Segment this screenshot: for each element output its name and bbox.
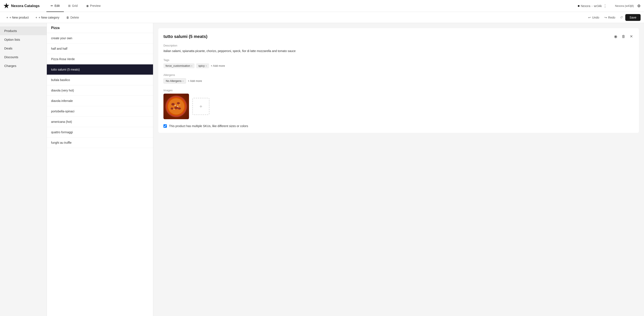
- new-category-button[interactable]: + + New category: [32, 15, 62, 21]
- svg-point-7: [178, 107, 181, 110]
- sidebar: Products Option lists Deals Discounts Ch…: [0, 23, 47, 316]
- list-item[interactable]: funghi au truffle: [47, 137, 153, 148]
- list-item[interactable]: americana (hot): [47, 117, 153, 127]
- workspace-name: Nexora: [581, 4, 590, 8]
- settings-icon[interactable]: ⚙: [637, 4, 640, 8]
- eye-icon: ◉: [614, 34, 618, 39]
- svg-point-6: [171, 107, 173, 110]
- view-button[interactable]: ◉: [613, 33, 618, 40]
- brand: Nexora Catalogs: [4, 3, 40, 9]
- top-nav: Nexora Catalogs ✏ Edit ⊞ Grid ◉ Preview …: [0, 0, 644, 12]
- tags-label: Tags: [164, 58, 634, 62]
- tags-row: force_customisation × spicy × + Add more: [164, 63, 634, 68]
- sidebar-item-products[interactable]: Products: [0, 27, 46, 35]
- product-list: Pizza create your own half and half Pizz…: [47, 23, 153, 316]
- workspace-separator: -: [592, 4, 593, 8]
- add-allergen-button[interactable]: + Add more: [188, 79, 202, 83]
- undo-button[interactable]: ↩ Undo: [586, 15, 601, 21]
- main-layout: Products Option lists Deals Discounts Ch…: [0, 23, 644, 316]
- workspace-info: Nexora - wr34k: [578, 4, 602, 8]
- delete-button[interactable]: 🗑 Delete: [63, 15, 82, 21]
- sidebar-item-charges[interactable]: Charges: [0, 61, 46, 70]
- toolbar: + + New product + + New category 🗑 Delet…: [0, 12, 644, 23]
- sidebar-item-deals[interactable]: Deals: [0, 44, 46, 53]
- svg-point-8: [174, 105, 176, 106]
- images-row: +: [164, 94, 634, 119]
- grid-icon: ⊞: [68, 4, 71, 8]
- detail-title: tutto salumi (5 meats): [164, 34, 613, 39]
- detail-card: tutto salumi (5 meats) ◉ 🗑 ✕ Description: [158, 28, 639, 133]
- list-item[interactable]: quattro formaggi: [47, 127, 153, 137]
- allergen-remove-button[interactable]: ×: [182, 80, 184, 82]
- plus-icon: +: [36, 16, 37, 19]
- undo-icon: ↩: [588, 16, 591, 19]
- description-section: Description italian salami, spianatta pi…: [164, 44, 634, 53]
- svg-point-9: [177, 106, 178, 107]
- tag-item: spicy ×: [196, 63, 209, 68]
- sku-label[interactable]: This product has multiple SKUs, like dif…: [169, 124, 248, 128]
- refresh-button[interactable]: ↺: [618, 14, 624, 21]
- workspace-status-dot: [578, 5, 580, 7]
- tag-remove-button[interactable]: ×: [206, 65, 207, 67]
- svg-point-4: [177, 102, 180, 104]
- close-button[interactable]: ✕: [629, 33, 634, 40]
- redo-icon: ↪: [604, 16, 607, 19]
- category-header: Pizza: [47, 23, 153, 33]
- pizza-svg: [164, 95, 188, 118]
- sku-checkbox[interactable]: [164, 124, 167, 128]
- list-item[interactable]: diavola infernale: [47, 96, 153, 106]
- sidebar-item-option-lists[interactable]: Option lists: [0, 35, 46, 44]
- svg-point-2: [168, 98, 184, 114]
- list-item[interactable]: half and half: [47, 44, 153, 54]
- list-item[interactable]: portobella-spinaci: [47, 106, 153, 117]
- images-section: Images: [164, 89, 634, 119]
- list-item[interactable]: Pizza Rosa Verde: [47, 54, 153, 64]
- brand-name: Nexora Catalogs: [11, 4, 40, 8]
- workspace-more-button[interactable]: ⋮: [602, 3, 608, 9]
- workspace-code: wr34k: [594, 4, 602, 8]
- add-tag-button[interactable]: + Add more: [211, 64, 225, 67]
- plus-icon: +: [200, 103, 202, 109]
- tab-preview[interactable]: ◉ Preview: [82, 0, 105, 12]
- tab-edit[interactable]: ✏ Edit: [46, 0, 64, 12]
- images-label: Images: [164, 89, 634, 92]
- trash-icon: 🗑: [622, 34, 626, 39]
- detail-panel: tutto salumi (5 meats) ◉ 🗑 ✕ Description: [153, 23, 644, 316]
- detail-header: tutto salumi (5 meats) ◉ 🗑 ✕: [164, 33, 634, 40]
- allergens-section: Allergens No Allergens × + Add more: [164, 73, 634, 84]
- save-button[interactable]: Save: [625, 14, 640, 21]
- list-item[interactable]: diavola (very hot): [47, 85, 153, 96]
- redo-button[interactable]: ↪ Redo: [602, 15, 618, 21]
- pencil-icon: ✏: [51, 4, 53, 8]
- list-item[interactable]: create your own: [47, 33, 153, 44]
- new-product-button[interactable]: + + New product: [4, 15, 32, 21]
- brand-logo: [4, 3, 9, 9]
- svg-point-10: [174, 109, 175, 110]
- svg-point-3: [171, 103, 175, 106]
- eye-icon: ◉: [86, 4, 89, 8]
- tag-item: force_customisation ×: [164, 63, 194, 68]
- tag-label: spicy: [198, 64, 205, 67]
- list-item[interactable]: bufala basilico: [47, 75, 153, 85]
- description-text: italian salami, spianatta picante, chori…: [164, 49, 634, 53]
- tag-label: force_customisation: [166, 64, 190, 67]
- list-item-selected[interactable]: tutto salumi (5 meats): [47, 64, 153, 75]
- product-image[interactable]: [164, 94, 189, 119]
- add-image-button[interactable]: +: [192, 98, 210, 115]
- detail-actions: ◉ 🗑 ✕: [613, 33, 634, 40]
- tag-remove-button[interactable]: ×: [191, 65, 192, 67]
- allergen-label: No Allergens: [166, 79, 182, 83]
- user-label: Nexora (w43j8): [615, 4, 634, 8]
- close-icon: ✕: [630, 34, 633, 39]
- svg-point-11: [180, 104, 180, 105]
- tags-section: Tags force_customisation × spicy × + Add…: [164, 58, 634, 68]
- sidebar-item-discounts[interactable]: Discounts: [0, 53, 46, 61]
- trash-icon: 🗑: [66, 16, 69, 19]
- sku-section: This product has multiple SKUs, like dif…: [164, 124, 634, 128]
- allergens-label: Allergens: [164, 73, 634, 77]
- description-label: Description: [164, 44, 634, 47]
- tab-grid[interactable]: ⊞ Grid: [64, 0, 82, 12]
- allergen-tag: No Allergens ×: [164, 78, 186, 84]
- allergens-row: No Allergens × + Add more: [164, 78, 634, 84]
- delete-product-button[interactable]: 🗑: [621, 34, 626, 40]
